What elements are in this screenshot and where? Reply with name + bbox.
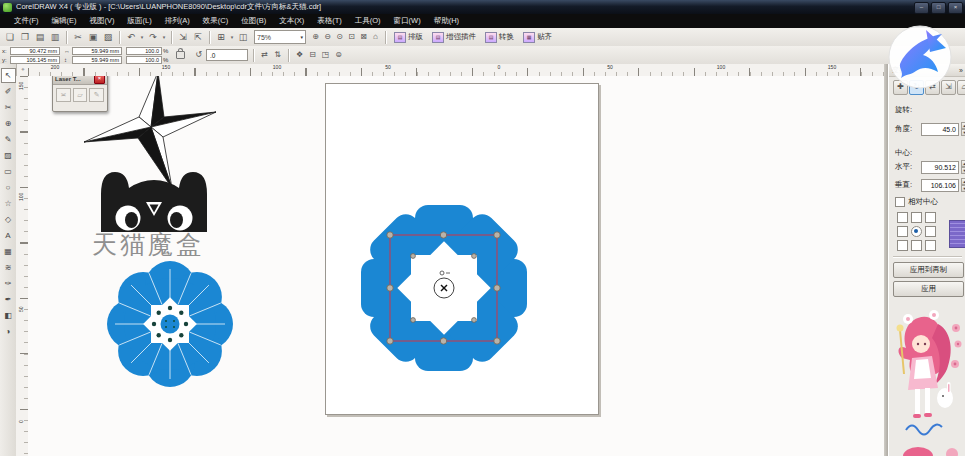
scale-h-field[interactable]: 100.0: [126, 47, 162, 55]
close-button[interactable]: ×: [948, 2, 963, 14]
anchor-bottom-right[interactable]: [925, 240, 936, 251]
scale-lock-icon[interactable]: [176, 51, 185, 59]
thunder-bird-overlay-icon[interactable]: [886, 24, 954, 90]
menu-effects[interactable]: 效果(C): [203, 16, 228, 26]
table-tool[interactable]: ▦: [1, 244, 16, 259]
apply-button[interactable]: 应用: [893, 281, 964, 297]
mirror-vertical-icon[interactable]: ⇅: [272, 48, 283, 62]
pick-tool[interactable]: ↖: [1, 68, 16, 83]
apply-to-duplicate-button[interactable]: 应用到再制: [893, 262, 964, 278]
zoom-tool[interactable]: ⊕: [1, 116, 16, 131]
redo-icon[interactable]: ↷: [146, 30, 160, 44]
menu-layout[interactable]: 版面(L): [128, 16, 152, 26]
menu-window[interactable]: 窗口(W): [394, 16, 421, 26]
basic-shapes-tool[interactable]: ◇: [1, 212, 16, 227]
anchor-top-left[interactable]: [897, 212, 908, 223]
wrap-icon[interactable]: ⊜: [333, 48, 344, 62]
anchor-top-right[interactable]: [925, 212, 936, 223]
zoom-out-icon[interactable]: ⊖: [322, 30, 333, 44]
anchor-center-selected[interactable]: [911, 226, 922, 237]
blend-tool[interactable]: ≋: [1, 260, 16, 275]
menu-help[interactable]: 帮助(H): [434, 16, 459, 26]
zoom-page-icon[interactable]: ⊠: [358, 30, 369, 44]
save-icon[interactable]: ▤: [33, 30, 47, 44]
drawing-canvas[interactable]: 天猫魔盒: [28, 76, 884, 456]
laser-floating-toolbar[interactable]: Laser T... × ≍ ▱ ✎: [52, 76, 108, 112]
object-height-field[interactable]: 59.949 mm: [72, 56, 122, 64]
copy-icon[interactable]: ▣: [86, 30, 100, 44]
plugin-enhance-button[interactable]: ▤ 增强插件: [428, 30, 480, 44]
anchor-middle-left[interactable]: [897, 226, 908, 237]
cut-icon[interactable]: ✂: [71, 30, 85, 44]
plugin-convert-button[interactable]: ▤ 转换: [481, 30, 518, 44]
laser-tool-button-1[interactable]: ≍: [56, 88, 71, 102]
outline-pen-tool[interactable]: ✒: [1, 292, 16, 307]
eyedropper-tool[interactable]: ✑: [1, 276, 16, 291]
center-v-input[interactable]: 106.106: [921, 179, 959, 192]
polygon-tool[interactable]: ☆: [1, 196, 16, 211]
object-y-field[interactable]: 106.145 mm: [10, 56, 60, 64]
zoom-width-icon[interactable]: ⌂: [370, 30, 381, 44]
tmall-title-text[interactable]: 天猫魔盒: [92, 228, 222, 261]
rectangle-tool[interactable]: ▭: [1, 164, 16, 179]
redo-dropdown-icon[interactable]: ▾: [161, 34, 167, 40]
fill-tool[interactable]: ◧: [1, 308, 16, 323]
angle-input[interactable]: 45.0: [921, 123, 959, 136]
to-front-icon[interactable]: ◳: [320, 48, 331, 62]
menu-view[interactable]: 视图(V): [90, 16, 115, 26]
menu-text[interactable]: 文本(X): [279, 16, 304, 26]
interactive-fill-tool[interactable]: ◑: [1, 324, 16, 339]
app-launcher-icon[interactable]: ⊞: [214, 30, 228, 44]
laser-tool-button-3[interactable]: ✎: [89, 88, 104, 102]
anchor-bottom-center[interactable]: [911, 240, 922, 251]
undo-icon[interactable]: ↶: [124, 30, 138, 44]
shape-tool[interactable]: ✐: [1, 84, 16, 99]
center-v-spinner[interactable]: ▲▼: [961, 178, 965, 192]
menu-tools[interactable]: 工具(O): [355, 16, 381, 26]
combine-icon[interactable]: ❖: [294, 48, 305, 62]
zoom-selected-icon[interactable]: ⊙: [334, 30, 345, 44]
menu-bitmaps[interactable]: 位图(B): [241, 16, 266, 26]
object-x-field[interactable]: 90.472 mm: [10, 47, 60, 55]
anchor-top-center[interactable]: [911, 212, 922, 223]
maximize-button[interactable]: □: [931, 2, 946, 14]
transform-skew-button[interactable]: ▱: [957, 80, 965, 95]
crop-tool[interactable]: ✂: [1, 100, 16, 115]
plugin-layout-button[interactable]: ▤ 排版: [390, 30, 427, 44]
anchor-bottom-left[interactable]: [897, 240, 908, 251]
mirror-horizontal-icon[interactable]: ⇄: [259, 48, 270, 62]
color-palette-chip[interactable]: [949, 220, 965, 248]
laser-toolbar-titlebar[interactable]: Laser T... ×: [53, 76, 107, 85]
undo-dropdown-icon[interactable]: ▾: [139, 34, 145, 40]
zoom-in-icon[interactable]: ⊕: [310, 30, 321, 44]
angle-spinner[interactable]: ▲▼: [961, 122, 965, 136]
print-icon[interactable]: ▥: [48, 30, 62, 44]
ellipse-tool[interactable]: ○: [1, 180, 16, 195]
laser-tool-button-2[interactable]: ▱: [73, 88, 88, 102]
rotation-angle-field[interactable]: .0: [206, 49, 248, 61]
paste-icon[interactable]: ▨: [101, 30, 115, 44]
menu-file[interactable]: 文件(F): [14, 16, 39, 26]
laser-close-icon[interactable]: ×: [94, 76, 105, 84]
text-tool[interactable]: A: [1, 228, 16, 243]
freehand-tool[interactable]: ✎: [1, 132, 16, 147]
export-icon[interactable]: ⇱: [191, 30, 205, 44]
menu-arrange[interactable]: 排列(A): [165, 16, 190, 26]
center-h-input[interactable]: 90.512: [921, 161, 959, 174]
minimize-button[interactable]: –: [914, 2, 929, 14]
zoom-level-combo[interactable]: 75% ▾: [254, 30, 306, 44]
selected-gear-artwork[interactable]: [352, 196, 536, 380]
center-h-spinner[interactable]: ▲▼: [961, 160, 965, 174]
zoom-all-icon[interactable]: ⊡: [346, 30, 357, 44]
docker-expand-icon[interactable]: »: [959, 67, 963, 74]
menu-table[interactable]: 表格(T): [317, 16, 342, 26]
welcome-screen-icon[interactable]: ◫: [236, 30, 250, 44]
blue-flower-artwork[interactable]: [103, 260, 238, 390]
tmall-cat-artwork[interactable]: [95, 168, 213, 232]
menu-edit[interactable]: 编辑(E): [52, 16, 77, 26]
plugin-snap-button[interactable]: ▦ 贴齐: [519, 30, 556, 44]
import-icon[interactable]: ⇲: [176, 30, 190, 44]
group-icon[interactable]: ⊟: [307, 48, 318, 62]
new-document-icon[interactable]: ❏: [3, 30, 17, 44]
scale-v-field[interactable]: 100.0: [126, 56, 162, 64]
